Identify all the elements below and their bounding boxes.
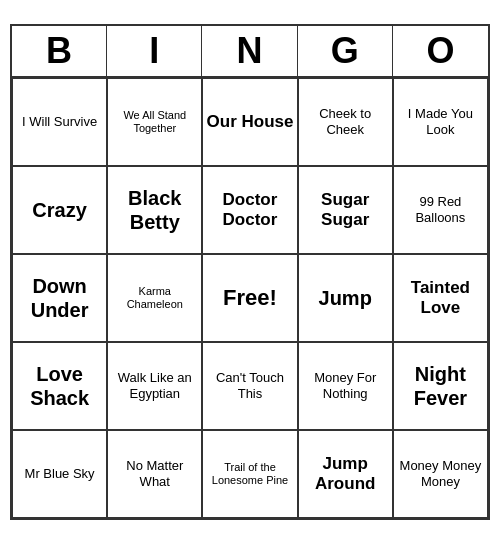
bingo-cell: Walk Like an Egyptian	[107, 342, 202, 430]
bingo-cell: I Will Survive	[12, 78, 107, 166]
bingo-cell: Jump	[298, 254, 393, 342]
bingo-cell: Mr Blue Sky	[12, 430, 107, 518]
header-letter: N	[202, 26, 297, 76]
bingo-cell: Down Under	[12, 254, 107, 342]
bingo-cell: Can't Touch This	[202, 342, 297, 430]
bingo-cell: No Matter What	[107, 430, 202, 518]
bingo-cell: Cheek to Cheek	[298, 78, 393, 166]
header-letter: I	[107, 26, 202, 76]
bingo-cell: I Made You Look	[393, 78, 488, 166]
bingo-cell: Jump Around	[298, 430, 393, 518]
bingo-cell: Love Shack	[12, 342, 107, 430]
header-letter: G	[298, 26, 393, 76]
bingo-cell: Money For Nothing	[298, 342, 393, 430]
bingo-cell: Night Fever	[393, 342, 488, 430]
bingo-cell: Sugar Sugar	[298, 166, 393, 254]
header-letter: B	[12, 26, 107, 76]
bingo-cell: We All Stand Together	[107, 78, 202, 166]
bingo-cell: 99 Red Balloons	[393, 166, 488, 254]
bingo-cell: Our House	[202, 78, 297, 166]
bingo-card: BINGO I Will SurviveWe All Stand Togethe…	[10, 24, 490, 520]
header-letter: O	[393, 26, 488, 76]
bingo-cell: Money Money Money	[393, 430, 488, 518]
bingo-cell: Black Betty	[107, 166, 202, 254]
bingo-cell: Free!	[202, 254, 297, 342]
bingo-grid: I Will SurviveWe All Stand TogetherOur H…	[12, 78, 488, 518]
bingo-cell: Crazy	[12, 166, 107, 254]
bingo-header: BINGO	[12, 26, 488, 78]
bingo-cell: Doctor Doctor	[202, 166, 297, 254]
bingo-cell: Karma Chameleon	[107, 254, 202, 342]
bingo-cell: Tainted Love	[393, 254, 488, 342]
bingo-cell: Trail of the Lonesome Pine	[202, 430, 297, 518]
